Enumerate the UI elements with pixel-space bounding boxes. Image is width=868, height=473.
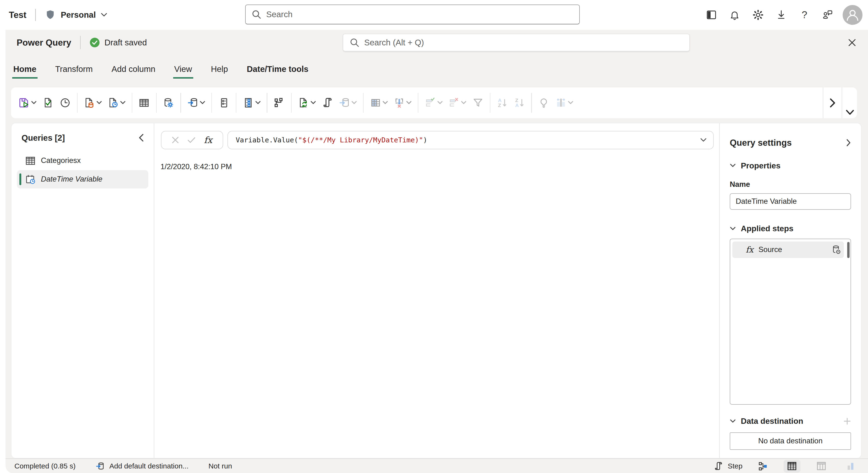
collapse-panel-button[interactable]	[138, 133, 144, 142]
panel-toggle-button[interactable]	[700, 3, 723, 27]
validate-icon	[42, 97, 54, 109]
properties-section-header[interactable]: Properties	[730, 161, 851, 170]
step-source[interactable]: fx Source	[733, 241, 844, 258]
data-source-template-button[interactable]	[104, 91, 128, 114]
save-run-icon	[18, 97, 30, 109]
cancel-formula-icon[interactable]	[172, 136, 179, 143]
insights-button[interactable]	[535, 91, 552, 114]
collapse-settings-button[interactable]	[846, 139, 851, 147]
split-column-button[interactable]	[552, 91, 576, 114]
applied-steps-section-header[interactable]: Applied steps	[730, 224, 851, 233]
saved-check-icon	[89, 37, 100, 48]
sort-za-icon: ZA	[514, 97, 525, 109]
profile-menu[interactable]: Personal	[45, 9, 107, 20]
refresh-history-button[interactable]	[57, 91, 74, 114]
get-data-button[interactable]	[81, 91, 105, 114]
query-item-datetime-variable[interactable]: DateTime Variable	[17, 170, 148, 188]
tab-transform[interactable]: Transform	[54, 60, 94, 78]
steps-scrollbar[interactable]	[847, 242, 849, 258]
step-script-icon	[713, 461, 723, 471]
queries-title: Queries [2]	[22, 133, 65, 143]
collapse-ribbon-button[interactable]	[845, 109, 855, 115]
refresh-button[interactable]	[295, 91, 319, 114]
data-destination-section-header[interactable]: Data destination	[730, 417, 803, 426]
destination-icon	[95, 462, 105, 471]
notifications-button[interactable]	[723, 3, 746, 27]
database-gear-icon	[163, 97, 174, 109]
tab-add-column[interactable]: Add column	[111, 60, 157, 78]
query-name-input[interactable]	[730, 193, 851, 210]
chevron-down-icon	[96, 101, 102, 105]
validate-button[interactable]	[39, 91, 57, 114]
data-destination-disabled-button[interactable]	[336, 91, 360, 114]
tab-home[interactable]: Home	[12, 60, 37, 78]
chevron-down-icon	[120, 101, 126, 105]
expand-formula-icon[interactable]	[700, 138, 707, 142]
add-destination-button[interactable]: +	[843, 416, 851, 427]
chevron-down-icon	[255, 101, 261, 105]
panel-toggle-icon	[706, 9, 717, 21]
download-button[interactable]	[770, 3, 793, 27]
chart-view-button[interactable]	[842, 460, 859, 473]
remove-rows-button[interactable]	[445, 91, 469, 114]
parameters-card-icon	[218, 97, 230, 109]
editor-search-input[interactable]: Search (Alt + Q)	[343, 34, 690, 52]
more-commands-button[interactable]	[823, 88, 841, 119]
schema-view-icon	[816, 461, 827, 471]
query-dependencies-button[interactable]	[271, 91, 288, 114]
help-button[interactable]: ?	[793, 3, 816, 27]
chevron-right-icon	[830, 98, 835, 108]
choose-columns-icon	[370, 97, 381, 109]
step-destination-icon[interactable]	[831, 244, 841, 255]
manage-fields-button[interactable]	[240, 91, 264, 114]
feedback-button[interactable]	[816, 3, 839, 27]
commit-formula-icon[interactable]	[187, 137, 196, 143]
manage-parameters-button[interactable]	[215, 91, 232, 114]
advanced-editor-button[interactable]	[319, 91, 336, 114]
divider	[80, 36, 81, 49]
status-bar-right: Step	[713, 460, 859, 473]
settings-button[interactable]	[746, 3, 770, 27]
diagram-view-button[interactable]	[755, 460, 771, 472]
ribbon-tabs: Home Transform Add column View Help Date…	[5, 55, 868, 78]
global-search-input[interactable]: Search	[245, 4, 580, 24]
formula-bar: fx Variable.Value("$(/**/My Library/MyDa…	[154, 123, 719, 149]
query-item-label: DateTime Variable	[41, 175, 102, 183]
sort-ascending-button[interactable]: AZ	[494, 91, 511, 114]
save-and-run-button[interactable]	[16, 91, 39, 114]
remove-columns-button[interactable]	[391, 91, 415, 114]
svg-text:A: A	[515, 102, 519, 108]
add-default-destination-button[interactable]: Add default destination...	[95, 462, 188, 471]
query-settings-panel: Query settings Properties Name Applied s…	[719, 123, 861, 458]
query-item-categoriesx[interactable]: Categoriesx	[17, 151, 148, 170]
save-status-label: Draft saved	[104, 38, 147, 47]
shield-icon	[45, 9, 56, 20]
status-not-run: Not run	[209, 462, 232, 470]
sort-az-icon: AZ	[496, 97, 508, 109]
tab-help[interactable]: Help	[210, 60, 229, 78]
preview-value: 1/2/2020, 8:42:10 PM	[154, 149, 719, 171]
step-label: Source	[758, 245, 782, 254]
data-source-settings-button[interactable]	[160, 91, 177, 114]
tab-view[interactable]: View	[173, 60, 193, 78]
no-destination-box[interactable]: No data destination	[730, 432, 851, 450]
workspace-name[interactable]: Test	[9, 10, 26, 20]
properties-label: Properties	[741, 161, 780, 170]
schema-view-button[interactable]	[813, 460, 830, 473]
add-data-destination-button[interactable]	[184, 91, 208, 114]
lightbulb-icon	[538, 97, 550, 109]
chevron-down-icon	[845, 109, 855, 115]
filter-rows-button[interactable]	[469, 91, 487, 114]
keep-rows-button[interactable]	[422, 91, 445, 114]
tab-datetime-tools[interactable]: Date/Time tools	[246, 60, 310, 78]
search-icon	[252, 10, 261, 19]
query-settings-title: Query settings	[730, 138, 792, 148]
account-avatar[interactable]	[843, 5, 863, 25]
enter-data-button[interactable]	[135, 91, 153, 114]
table-view-button[interactable]	[783, 460, 801, 473]
formula-input[interactable]: Variable.Value("$(/**/My Library/MyDateT…	[227, 131, 714, 149]
choose-columns-button[interactable]	[367, 91, 391, 114]
sort-descending-button[interactable]: ZA	[511, 91, 528, 114]
close-editor-button[interactable]	[844, 34, 860, 51]
split-column-icon	[555, 97, 567, 109]
